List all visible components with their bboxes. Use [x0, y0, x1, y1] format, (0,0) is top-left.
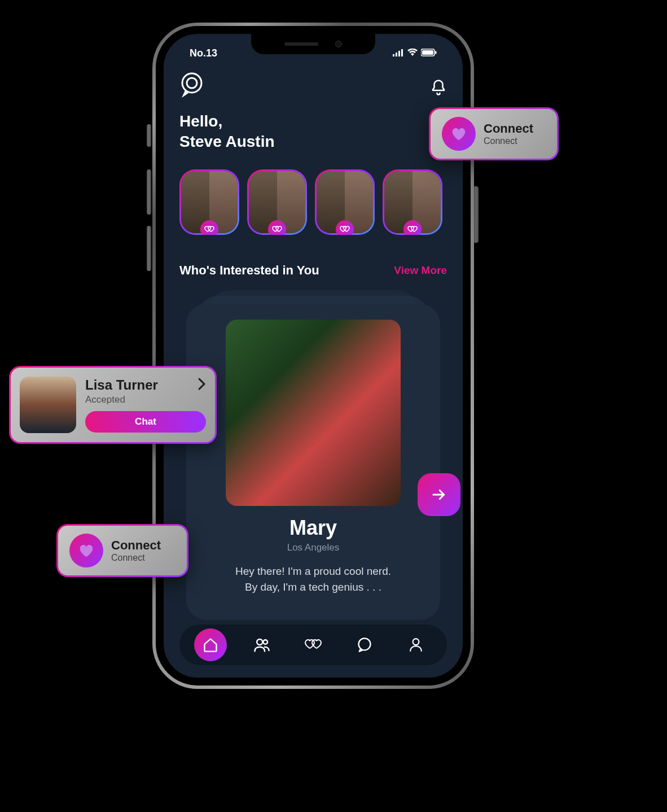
- phone-notch: [251, 34, 375, 54]
- app-screen: No.13: [164, 34, 463, 678]
- hearts-icon: [304, 638, 323, 652]
- phone-mute-switch: [147, 124, 151, 147]
- heart-icon: [69, 534, 103, 567]
- people-icon: [253, 636, 270, 653]
- bell-icon: [430, 79, 447, 96]
- person-name: Lisa Turner: [85, 377, 158, 393]
- hearts-icon: [268, 220, 286, 235]
- connect-title: Connect: [111, 538, 161, 553]
- arrow-right-icon: [431, 486, 447, 503]
- match-tile[interactable]: [383, 169, 442, 235]
- section-title: Who's Interested in You: [179, 263, 319, 278]
- hearts-icon: [200, 220, 218, 235]
- battery-icon: [421, 47, 437, 59]
- connect-sub: Connect: [484, 136, 533, 146]
- matches-row: [179, 169, 447, 235]
- nav-home[interactable]: [194, 628, 227, 661]
- match-tile[interactable]: [315, 169, 375, 235]
- signal-icon: [393, 47, 404, 59]
- greeting: Hello, Steve Austin: [179, 111, 447, 152]
- next-profile-button[interactable]: [418, 473, 460, 516]
- connect-sub: Connect: [111, 553, 161, 563]
- svg-point-8: [187, 78, 197, 88]
- phone-volume-up: [147, 169, 151, 215]
- match-tile[interactable]: [247, 169, 307, 235]
- svg-rect-5: [422, 50, 433, 55]
- bottom-nav: [179, 625, 447, 665]
- greeting-hello: Hello,: [179, 111, 447, 132]
- svg-point-12: [413, 639, 419, 645]
- svg-rect-0: [393, 54, 394, 56]
- chat-icon: [357, 637, 372, 653]
- profile-bio: Hey there! I'm a proud cool nerd. By day…: [235, 564, 391, 596]
- svg-point-11: [358, 638, 370, 650]
- status-time: No.13: [190, 47, 217, 59]
- profile-icon: [409, 637, 423, 653]
- svg-rect-2: [398, 51, 400, 56]
- profile-photo: [226, 320, 401, 506]
- svg-point-9: [257, 639, 262, 645]
- chevron-right-icon[interactable]: [198, 378, 206, 392]
- avatar: [20, 377, 76, 433]
- phone-volume-down: [147, 226, 151, 271]
- hearts-icon: [336, 220, 354, 235]
- connect-title: Connect: [484, 121, 533, 136]
- hearts-icon: [403, 220, 422, 235]
- svg-rect-1: [396, 53, 397, 56]
- profile-card-stack: Mary Los Angeles Hey there! I'm a proud …: [179, 289, 447, 617]
- profile-location: Los Angeles: [287, 542, 340, 553]
- profile-name: Mary: [289, 516, 337, 540]
- nav-chat[interactable]: [348, 628, 381, 661]
- svg-point-7: [182, 73, 201, 93]
- status-label: Accepted: [85, 394, 206, 405]
- heart-icon: [442, 117, 476, 151]
- nav-profile[interactable]: [400, 628, 432, 661]
- wifi-icon: [407, 47, 418, 59]
- connect-popout-top[interactable]: Connect Connect: [429, 107, 559, 160]
- svg-rect-3: [401, 49, 403, 56]
- svg-point-10: [264, 640, 268, 644]
- notifications-button[interactable]: [430, 79, 447, 98]
- nav-likes[interactable]: [297, 628, 330, 661]
- match-tile[interactable]: [179, 169, 239, 235]
- nav-people[interactable]: [245, 628, 278, 661]
- connect-popout-bottom[interactable]: Connect Connect: [56, 524, 188, 577]
- accepted-popout[interactable]: Lisa Turner Accepted Chat: [9, 366, 217, 444]
- profile-card[interactable]: Mary Los Angeles Hey there! I'm a proud …: [186, 304, 440, 620]
- chat-button[interactable]: Chat: [85, 411, 206, 433]
- view-more-link[interactable]: View More: [394, 264, 447, 277]
- phone-frame: No.13: [152, 23, 474, 689]
- greeting-name: Steve Austin: [179, 132, 447, 152]
- home-icon: [203, 637, 218, 653]
- svg-rect-6: [435, 51, 437, 54]
- app-logo[interactable]: [179, 72, 204, 106]
